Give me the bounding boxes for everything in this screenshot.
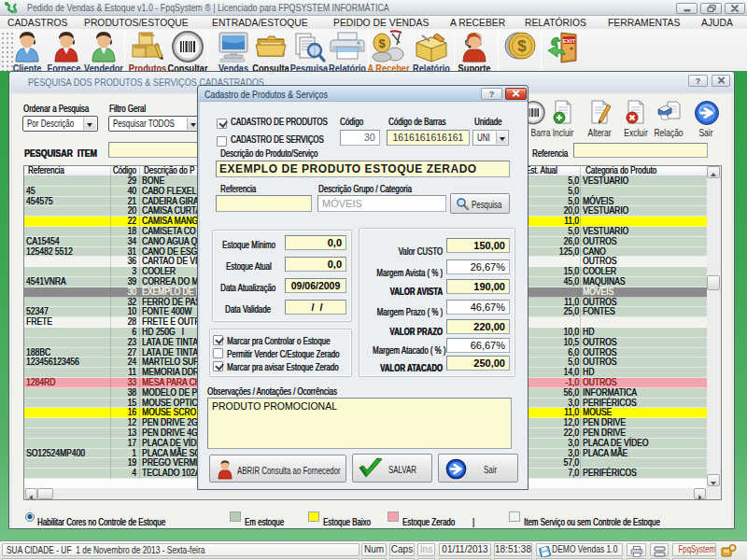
svg-text:EXIT: EXIT (563, 38, 576, 44)
svg-text:$: $ (517, 37, 527, 55)
svg-text:$: $ (378, 36, 386, 50)
